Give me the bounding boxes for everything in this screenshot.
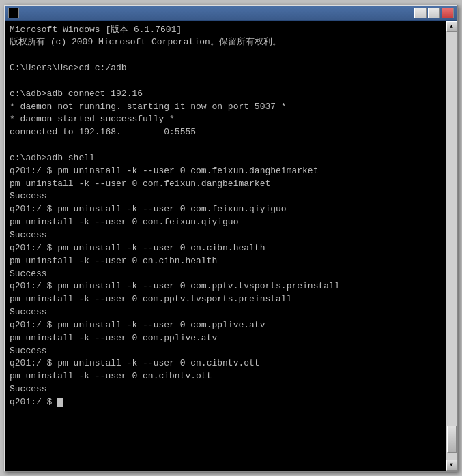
scroll-thumb[interactable] [447, 426, 457, 453]
terminal-line: q201:/ $ pm uninstall -k --user 0 cn.cib… [10, 358, 260, 368]
terminal-line: Microsoft Windows [版本 6.1.7601] [10, 25, 182, 35]
terminal-line: pm uninstall -k --user 0 com.feixun.qiyi… [10, 217, 238, 227]
terminal-line: c:\adb>adb connect 192.16 [10, 89, 143, 99]
terminal-output[interactable]: Microsoft Windows [版本 6.1.7601] 版权所有 (c)… [5, 21, 446, 471]
scrollbar[interactable]: ▲ ▼ [446, 21, 457, 471]
cmd-window: Microsoft Windows [版本 6.1.7601] 版权所有 (c)… [4, 5, 458, 472]
terminal-line: q201:/ $ pm uninstall -k --user 0 com.pp… [10, 281, 340, 291]
terminal-line: q201:/ $ pm uninstall -k --user 0 com.fe… [10, 204, 287, 214]
minimize-button[interactable] [414, 8, 427, 18]
terminal-line: Success [10, 191, 47, 201]
content-area: Microsoft Windows [版本 6.1.7601] 版权所有 (c)… [5, 21, 457, 471]
terminal-line: pm uninstall -k --user 0 com.feixun.dang… [10, 179, 270, 189]
terminal-line: c:\adb>adb shell [10, 153, 95, 163]
terminal-line: pm uninstall -k --user 0 cn.cibn.health [10, 256, 217, 266]
window-icon [8, 8, 19, 18]
scroll-down-button[interactable]: ▼ [446, 460, 457, 471]
maximize-button[interactable] [428, 8, 440, 18]
terminal-line: Success [10, 307, 47, 317]
terminal-line: Success [10, 346, 47, 356]
close-button[interactable] [442, 8, 454, 18]
terminal-line: q201:/ $ pm uninstall -k --user 0 com.pp… [10, 320, 265, 330]
terminal-line: Success [10, 230, 47, 240]
terminal-line: Success [10, 269, 47, 279]
terminal-line: pm uninstall -k --user 0 cn.cibntv.ott [10, 371, 212, 381]
terminal-line: q201:/ $ pm uninstall -k --user 0 cn.cib… [10, 243, 265, 253]
terminal-line: pm uninstall -k --user 0 com.pptv.tvspor… [10, 294, 291, 304]
scroll-up-button[interactable]: ▲ [446, 21, 457, 32]
scroll-track [446, 32, 457, 460]
terminal-line: connected to 192.168. 0:5555 [10, 127, 196, 137]
terminal-line: q201:/ $ [10, 397, 63, 407]
terminal-line: C:\Users\Usc>cd c:/adb [10, 63, 127, 73]
titlebar [5, 6, 457, 21]
terminal-line: * daemon not running. starting it now on… [10, 102, 287, 112]
terminal-line: 版权所有 (c) 2009 Microsoft Corporation。保留所有… [10, 37, 281, 47]
terminal-line: * daemon started successfully * [10, 114, 175, 124]
terminal-line: pm uninstall -k --user 0 com.pplive.atv [10, 333, 217, 343]
window-controls [414, 8, 454, 18]
cursor [57, 398, 63, 407]
terminal-line: q201:/ $ pm uninstall -k --user 0 com.fe… [10, 166, 318, 176]
terminal-line: Success [10, 384, 47, 394]
titlebar-left [8, 8, 22, 18]
